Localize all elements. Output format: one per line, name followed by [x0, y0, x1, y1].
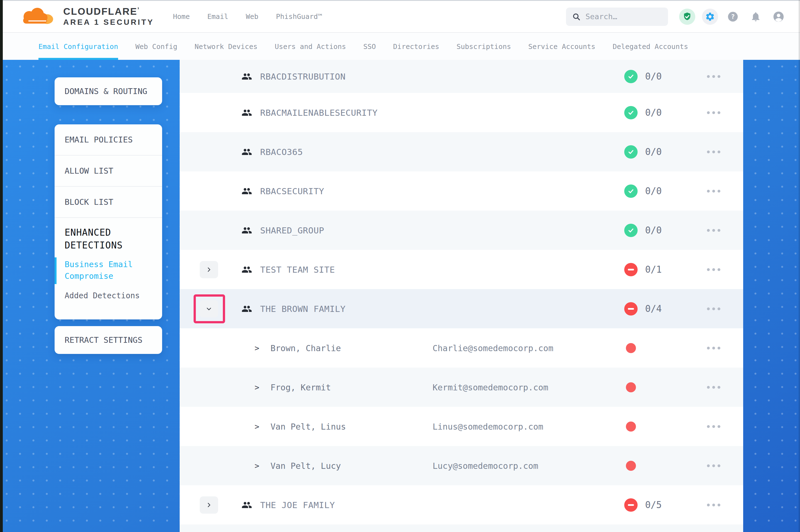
logo-subtitle: AREA 1 SECURITY — [63, 18, 154, 27]
groups-table: RBACDISTRUBUTION0/0RBACMAILENABLESECURIT… — [180, 60, 743, 532]
member-row[interactable]: >Van Pelt, LinusLinus@somedemocorp.com — [180, 407, 743, 446]
nav-email[interactable]: Email — [207, 13, 228, 21]
sidebar-item-added-detections[interactable]: Added Detections — [55, 287, 162, 311]
sidebar-item-domains-routing[interactable]: DOMAINS & ROUTING — [55, 77, 162, 105]
member-row[interactable]: >Van Pelt, LucyLucy@somedemocorp.com — [180, 446, 743, 485]
expand-chevron-button[interactable] — [200, 496, 218, 514]
row-actions-ellipsis[interactable] — [707, 386, 720, 389]
row-actions-ellipsis[interactable] — [707, 190, 720, 192]
member-expand-caret[interactable]: > — [255, 383, 259, 392]
sidebar-item-email-policies[interactable]: EMAIL POLICIES — [55, 125, 162, 155]
partial-next-row — [180, 525, 743, 532]
row-actions-ellipsis[interactable] — [707, 151, 720, 153]
sidebar-item-business-email-compromise[interactable]: Business Email Compromise — [55, 256, 162, 287]
row-actions-ellipsis[interactable] — [707, 425, 720, 428]
status-badge-pass: 0/0 — [624, 70, 662, 83]
member-expand-caret[interactable]: > — [255, 343, 259, 353]
logo-wordmark: CLOUDFLARE’ — [63, 6, 154, 17]
group-row[interactable]: RBACDISTRUBUTION0/0 — [180, 60, 743, 93]
member-count: 0/0 — [645, 146, 662, 157]
section-tabs: Email Configuration Web Config Network D… — [3, 33, 800, 60]
member-row[interactable]: >Frog, KermitKermit@somedemocorp.com — [180, 367, 743, 407]
member-row[interactable]: >Brown, CharlieCharlie@somedemocorp.com — [180, 328, 743, 367]
member-email: Linus@somedemocorp.com — [433, 421, 543, 431]
help-icon[interactable]: ? — [725, 8, 741, 25]
row-actions-ellipsis[interactable] — [707, 268, 720, 271]
member-name: Van Pelt, Linus — [271, 421, 346, 431]
member-email: Lucy@somedemocorp.com — [433, 461, 538, 471]
primary-nav: Home Email Web PhishGuard™ — [173, 13, 322, 21]
member-name: Van Pelt, Lucy — [271, 461, 341, 471]
status-dot-red — [626, 461, 636, 471]
cloudflare-cloud-icon — [15, 8, 59, 25]
group-people-icon — [241, 108, 252, 118]
group-name: SHARED_GROUP — [260, 225, 324, 235]
status-badge-pass: 0/0 — [624, 224, 662, 237]
search-input[interactable] — [585, 12, 662, 21]
collapse-chevron-button[interactable] — [200, 300, 218, 318]
row-actions-ellipsis[interactable] — [707, 464, 720, 467]
sidebar-section-enhanced-detections: ENHANCED DETECTIONS — [55, 218, 162, 256]
sidebar-item-block-list[interactable]: BLOCK LIST — [55, 187, 162, 218]
group-row[interactable]: RBACMAILENABLESECURITY0/0 — [180, 93, 743, 132]
member-count: 0/0 — [645, 186, 662, 196]
tab-delegated-accounts[interactable]: Delegated Accounts — [613, 33, 688, 60]
tab-users-and-actions[interactable]: Users and Actions — [275, 33, 346, 60]
tab-network-devices[interactable]: Network Devices — [195, 33, 258, 60]
tab-directories[interactable]: Directories — [393, 33, 439, 60]
row-actions-ellipsis[interactable] — [707, 504, 720, 507]
nav-phishguard[interactable]: PhishGuard™ — [276, 13, 322, 21]
nav-home[interactable]: Home — [173, 13, 190, 21]
nav-web[interactable]: Web — [246, 13, 258, 21]
status-badge-fail: 0/5 — [624, 498, 662, 512]
group-people-icon — [241, 225, 252, 236]
status-dot-red — [626, 421, 636, 432]
member-email: Charlie@somedemocorp.com — [433, 343, 553, 353]
status-dot-red — [626, 343, 636, 353]
row-actions-ellipsis[interactable] — [707, 229, 720, 232]
member-count: 0/1 — [645, 264, 662, 275]
group-row[interactable]: SHARED_GROUP0/0 — [180, 211, 743, 250]
account-icon[interactable] — [770, 8, 787, 25]
group-row[interactable]: TEST TEAM SITE0/1 — [180, 250, 743, 289]
sidebar-item-retract-settings[interactable]: RETRACT SETTINGS — [55, 326, 162, 354]
member-count: 0/5 — [645, 499, 662, 510]
row-actions-ellipsis[interactable] — [707, 75, 720, 78]
tab-email-configuration[interactable]: Email Configuration — [38, 33, 118, 60]
group-row[interactable]: RBACO3650/0 — [180, 132, 743, 171]
bell-icon[interactable] — [748, 8, 764, 25]
settings-gear-icon[interactable] — [702, 8, 718, 25]
group-row[interactable]: THE BROWN FAMILY0/4 — [180, 289, 743, 328]
group-name: RBACDISTRUBUTION — [260, 72, 346, 81]
shield-check-icon[interactable] — [679, 8, 695, 25]
row-actions-ellipsis[interactable] — [707, 347, 720, 349]
search-box[interactable] — [566, 7, 668, 26]
screen-edge-top — [0, 0, 800, 1]
svg-text:?: ? — [731, 13, 735, 20]
sidebar-item-allow-list[interactable]: ALLOW LIST — [55, 155, 162, 187]
expand-chevron-button[interactable] — [200, 261, 218, 278]
row-actions-ellipsis[interactable] — [707, 307, 720, 310]
member-expand-caret[interactable]: > — [255, 422, 259, 431]
member-email: Kermit@somedemocorp.com — [433, 382, 548, 392]
member-name: Frog, Kermit — [271, 382, 331, 392]
group-row[interactable]: RBACSECURITY0/0 — [180, 171, 743, 211]
tab-subscriptions[interactable]: Subscriptions — [457, 33, 511, 60]
header-icons: ? — [679, 8, 787, 25]
trademark-tick: ’ — [137, 6, 140, 14]
member-expand-caret[interactable]: > — [255, 461, 259, 470]
tab-web-config[interactable]: Web Config — [135, 33, 178, 60]
group-people-icon — [241, 500, 252, 510]
app-root: CLOUDFLARE’ AREA 1 SECURITY Home Email W… — [0, 0, 800, 532]
cloudflare-logo[interactable]: CLOUDFLARE’ AREA 1 SECURITY — [15, 6, 154, 27]
tab-sso[interactable]: SSO — [363, 33, 376, 60]
status-badge-pass: 0/0 — [624, 185, 662, 198]
group-row[interactable]: THE JOE FAMILY0/5 — [180, 485, 743, 525]
group-name: TEST TEAM SITE — [260, 265, 335, 274]
status-badge-pass: 0/0 — [624, 145, 662, 158]
sidebar-policies-card: EMAIL POLICIES ALLOW LIST BLOCK LIST ENH… — [55, 125, 162, 319]
tab-service-accounts[interactable]: Service Accounts — [528, 33, 596, 60]
search-icon — [572, 13, 581, 21]
row-actions-ellipsis[interactable] — [707, 111, 720, 114]
member-count: 0/0 — [645, 71, 662, 82]
